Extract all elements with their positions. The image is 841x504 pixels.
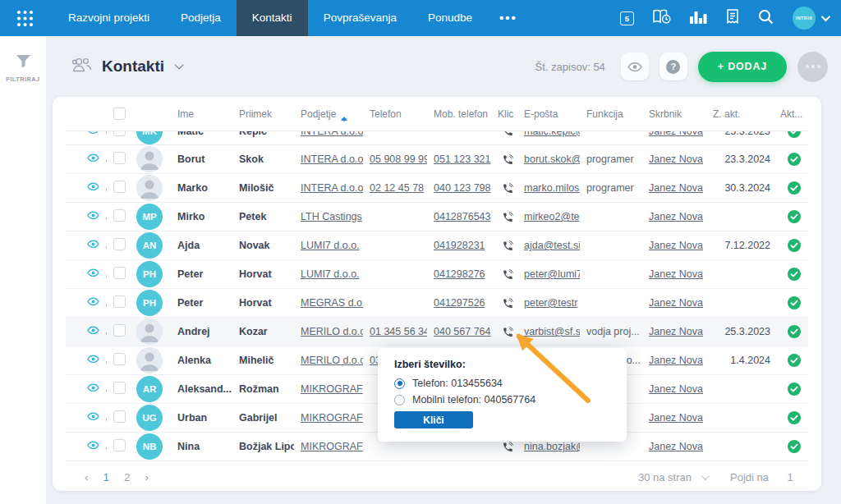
per-page-select[interactable]: 30 na stran xyxy=(638,471,692,483)
company-link[interactable]: MIKROGRAF xyxy=(301,383,363,395)
owner-link[interactable]: Janez Nova xyxy=(649,412,703,424)
email-link[interactable]: peter@testr xyxy=(524,297,578,309)
row-checkbox[interactable] xyxy=(113,324,126,337)
page-1-button[interactable]: 1 xyxy=(96,471,117,483)
view-icon[interactable] xyxy=(87,297,99,309)
phone-radio[interactable] xyxy=(394,378,405,389)
col-akt[interactable]: Akt... xyxy=(774,108,808,120)
view-icon[interactable] xyxy=(87,268,99,280)
view-icon[interactable] xyxy=(87,441,99,452)
company-link[interactable]: INTERA d.o.o. xyxy=(301,182,363,194)
company-link[interactable]: INTERA d.o.o. xyxy=(301,131,363,137)
view-icon[interactable] xyxy=(87,240,99,251)
view-icon[interactable] xyxy=(87,211,99,222)
col-podjetje[interactable]: Podjetje xyxy=(294,105,363,122)
call-icon[interactable] xyxy=(491,182,517,195)
phone-link[interactable]: 05 908 99 99 xyxy=(370,153,427,165)
table-row[interactable]: PH Peter Horvat LUMI7 d.o.o. 041298276 p… xyxy=(66,260,808,289)
call-icon[interactable] xyxy=(491,240,517,252)
prev-page-button[interactable]: ‹ xyxy=(77,471,96,483)
call-icon[interactable] xyxy=(491,297,517,309)
mobile-link[interactable]: 041298276 xyxy=(434,268,485,280)
col-mob-telefon[interactable]: Mob. telefon xyxy=(427,108,491,120)
col-telefon[interactable]: Telefon xyxy=(363,108,427,120)
nav-item-podjetja[interactable]: Podjetja xyxy=(165,0,237,36)
row-checkbox[interactable] xyxy=(113,152,126,164)
company-link[interactable]: LUMI7 d.o.o. xyxy=(301,240,360,251)
view-icon[interactable] xyxy=(87,182,99,194)
owner-link[interactable]: Janez Nova xyxy=(649,240,703,251)
table-row[interactable]: MP Mirko Petek LTH Castings 0412876543 m… xyxy=(66,203,808,231)
company-link[interactable]: MEGRAS d.o.o. xyxy=(301,297,363,309)
table-row[interactable]: PH Peter Horvat MEGRAS d.o.o. 041297526 … xyxy=(66,289,808,318)
view-icon[interactable] xyxy=(87,153,99,165)
owner-link[interactable]: Janez Nova xyxy=(649,153,703,165)
owner-link[interactable]: Janez Nova xyxy=(649,182,703,194)
mobile-link[interactable]: 051 123 321 xyxy=(434,153,491,165)
email-link[interactable]: matic.kepic@ xyxy=(524,131,580,137)
row-checkbox[interactable] xyxy=(113,439,126,451)
nav-more-icon[interactable]: ••• xyxy=(488,2,529,34)
per-page-chevron-icon[interactable] xyxy=(701,472,710,480)
view-icon[interactable] xyxy=(87,131,99,137)
table-row[interactable]: Marko Milošič INTERA d.o.o. 02 12 45 78 … xyxy=(66,174,808,203)
activity-log-icon[interactable] xyxy=(653,9,671,27)
owner-link[interactable]: Janez Nova xyxy=(649,297,703,309)
sort-icon[interactable] xyxy=(341,105,347,122)
call-icon[interactable] xyxy=(491,211,517,223)
mobile-link[interactable]: 0412876543 xyxy=(434,211,491,222)
reports-chart-icon[interactable] xyxy=(690,10,707,27)
company-link[interactable]: MIKROGRAF xyxy=(301,441,363,452)
owner-link[interactable]: Janez Nova xyxy=(649,211,703,222)
table-row[interactable]: Andrej Kozar MERILO d.o.o. 01 345 56 34 … xyxy=(66,318,808,346)
table-row[interactable]: Borut Skok INTERA d.o.o. 05 908 99 99 05… xyxy=(66,145,808,174)
mobile-radio[interactable] xyxy=(394,395,405,405)
view-icon[interactable] xyxy=(87,412,99,424)
table-row[interactable]: MK Matic Kepic INTERA d.o.o. matic.kepic… xyxy=(66,131,808,145)
row-checkbox[interactable] xyxy=(113,353,126,365)
call-icon[interactable] xyxy=(491,268,517,281)
call-icon[interactable] xyxy=(491,326,517,338)
company-link[interactable]: MIKROGRAF xyxy=(301,412,363,424)
nav-item-razvojni-projekti[interactable]: Razvojni projekti xyxy=(53,0,165,36)
mobile-link[interactable]: 041297526 xyxy=(434,297,485,309)
company-link[interactable]: MERILO d.o.o. xyxy=(301,326,363,337)
filter-funnel-icon[interactable] xyxy=(16,54,31,71)
row-checkbox[interactable] xyxy=(113,296,126,308)
col-funkcija[interactable]: Funkcija xyxy=(580,108,642,120)
col-z-akt[interactable]: Z. akt. xyxy=(706,108,774,120)
col-klic[interactable]: Klic xyxy=(491,108,517,120)
view-icon[interactable] xyxy=(87,383,99,395)
row-checkbox[interactable] xyxy=(113,410,126,423)
row-checkbox[interactable] xyxy=(113,131,126,136)
email-link[interactable]: mirkeo2@te xyxy=(524,211,580,222)
company-link[interactable]: MERILO d.o.o. xyxy=(301,355,363,366)
email-link[interactable]: nina.bozjak@ xyxy=(524,441,580,452)
goto-page-input[interactable]: 1 xyxy=(780,467,800,487)
help-button[interactable]: ? xyxy=(659,53,687,80)
nav-item-kontakti[interactable]: Kontakti xyxy=(237,0,308,36)
call-icon[interactable] xyxy=(491,131,517,137)
view-icon[interactable] xyxy=(87,355,99,366)
view-settings-button[interactable] xyxy=(621,53,649,80)
phone-link[interactable]: 02 12 45 78 xyxy=(370,182,424,194)
col-ime[interactable]: Ime xyxy=(171,108,232,120)
apps-grid-icon[interactable] xyxy=(16,9,34,27)
email-link[interactable]: borut.skok@ xyxy=(524,153,580,165)
mobile-link[interactable]: 040 123 798 xyxy=(434,182,491,194)
call-icon[interactable] xyxy=(491,153,517,166)
owner-link[interactable]: Janez Nova xyxy=(649,268,703,280)
col-eposta[interactable]: E-pošta xyxy=(517,108,580,120)
company-link[interactable]: LTH Castings xyxy=(301,211,362,222)
company-link[interactable]: LUMI7 d.o.o. xyxy=(301,268,360,280)
row-checkbox[interactable] xyxy=(113,267,126,279)
call-button[interactable]: Kliči xyxy=(394,411,473,428)
owner-link[interactable]: Janez Nova xyxy=(649,441,703,452)
row-checkbox[interactable] xyxy=(113,209,126,222)
nav-item-povprasevanja[interactable]: Povpraševanja xyxy=(308,0,412,36)
email-link[interactable]: ajda@test.si xyxy=(524,240,580,251)
table-row[interactable]: AN Ajda Novak LUMI7 d.o.o. 041928231 ajd… xyxy=(66,231,808,260)
calendar-icon[interactable]: 5 xyxy=(620,11,634,25)
email-link[interactable]: peter@lumi7 xyxy=(524,268,580,280)
company-link[interactable]: INTERA d.o.o. xyxy=(301,153,363,165)
